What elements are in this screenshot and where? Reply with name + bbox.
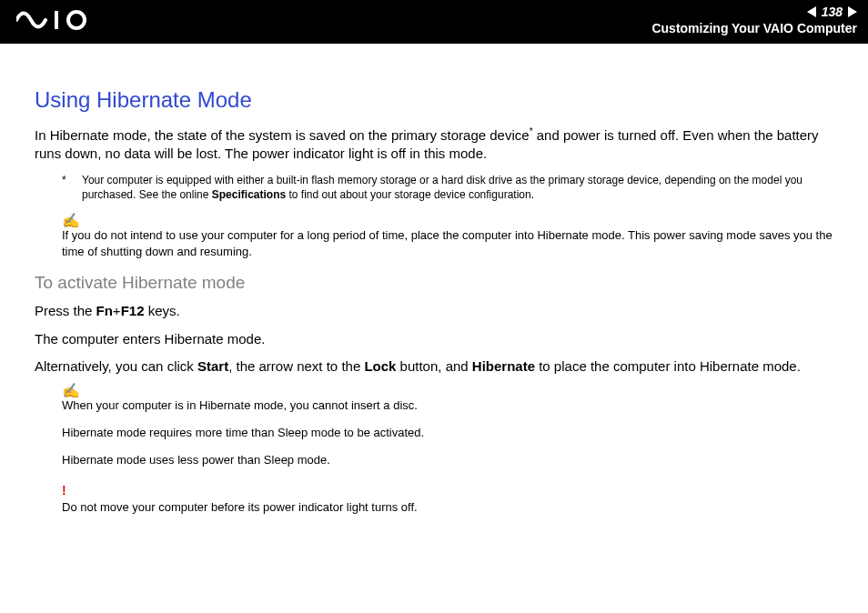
header-nav: 138 Customizing Your VAIO Computer (651, 4, 857, 36)
page-content: Using Hibernate Mode In Hibernate mode, … (0, 44, 868, 516)
note-block-2: ✍ When your computer is in Hibernate mod… (62, 385, 833, 469)
key-fn: Fn (96, 303, 113, 318)
vaio-logo (16, 10, 116, 34)
footnote: * Your computer is equipped with either … (62, 173, 833, 202)
press-pre: Press the (35, 303, 96, 318)
warning-block: ! Do not move your computer before its p… (62, 482, 833, 517)
alt-p4: to place the computer into Hibernate mod… (535, 358, 801, 374)
note-block-1: ✍ If you do not intend to use your compu… (62, 215, 833, 260)
note-text: When your computer is in Hibernate mode,… (62, 397, 833, 414)
breadcrumb: Customizing Your VAIO Computer (651, 20, 857, 36)
key-f12: F12 (121, 303, 145, 318)
footnote-text-post: to find out about your storage device co… (286, 188, 534, 201)
svg-rect-0 (55, 11, 58, 29)
alt-p2: , the arrow next to the (228, 358, 364, 374)
footnote-text: Your computer is equipped with either a … (82, 173, 833, 202)
note-text: Hibernate mode uses less power than Slee… (62, 452, 833, 468)
intro-text-pre: In Hibernate mode, the state of the syst… (35, 127, 530, 143)
section-title: Using Hibernate Mode (35, 87, 833, 113)
alt-p1: Alternatively, you can click (35, 358, 197, 374)
key-plus: + (113, 303, 121, 318)
alternative-line: Alternatively, you can click Start, the … (35, 357, 833, 376)
alt-start: Start (197, 358, 228, 374)
enters-line: The computer enters Hibernate mode. (35, 330, 833, 348)
page-header: 138 Customizing Your VAIO Computer (0, 0, 868, 44)
alt-lock: Lock (364, 358, 396, 374)
next-page-arrow-icon[interactable] (848, 6, 857, 17)
footnote-text-bold: Specifications (212, 188, 286, 201)
footnote-marker: * (62, 173, 82, 202)
page-number: 138 (820, 4, 844, 20)
note-icon: ✍ (62, 215, 833, 227)
warning-icon: ! (62, 482, 833, 500)
warning-text: Do not move your computer before its pow… (62, 499, 833, 516)
press-line: Press the Fn+F12 keys. (35, 302, 833, 320)
alt-hibernate: Hibernate (472, 358, 535, 374)
svg-point-1 (68, 12, 85, 28)
prev-page-arrow-icon[interactable] (807, 6, 816, 17)
note-icon: ✍ (62, 385, 833, 397)
press-post: keys. (144, 303, 179, 318)
note-text: If you do not intend to use your compute… (62, 227, 833, 260)
note-text: Hibernate mode requires more time than S… (62, 425, 833, 441)
alt-p3: button, and (396, 358, 471, 374)
subsection-title: To activate Hibernate mode (35, 273, 833, 293)
intro-paragraph: In Hibernate mode, the state of the syst… (35, 126, 833, 164)
